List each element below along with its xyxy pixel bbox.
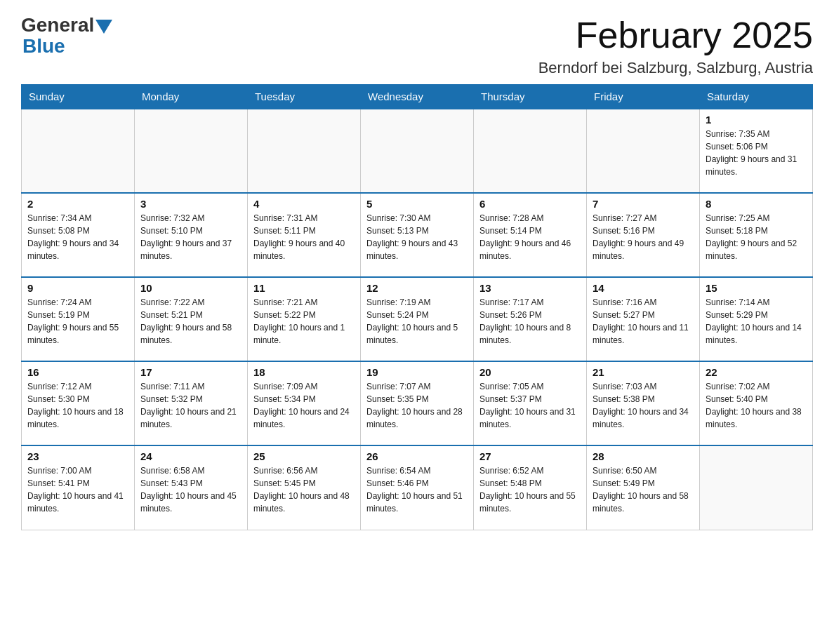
day-info: Sunrise: 7:02 AMSunset: 5:40 PMDaylight:… [706,380,807,431]
calendar-cell: 14Sunrise: 7:16 AMSunset: 5:27 PMDayligh… [587,277,700,361]
logo-general-text: General [21,14,94,36]
day-info: Sunrise: 7:12 AMSunset: 5:30 PMDaylight:… [27,380,128,431]
day-number: 2 [27,198,128,210]
day-number: 21 [593,366,694,378]
day-number: 3 [140,198,241,210]
day-number: 7 [593,198,694,210]
calendar-cell: 1Sunrise: 7:35 AMSunset: 5:06 PMDaylight… [700,109,813,193]
calendar-cell: 5Sunrise: 7:30 AMSunset: 5:13 PMDaylight… [361,193,474,277]
calendar-cell: 26Sunrise: 6:54 AMSunset: 5:46 PMDayligh… [361,445,474,530]
day-info: Sunrise: 7:31 AMSunset: 5:11 PMDaylight:… [253,212,355,262]
calendar-cell: 18Sunrise: 7:09 AMSunset: 5:34 PMDayligh… [248,361,361,445]
day-number: 19 [366,366,468,378]
day-info: Sunrise: 7:35 AMSunset: 5:06 PMDaylight:… [706,128,807,178]
day-number: 11 [253,282,355,294]
day-number: 12 [366,282,468,294]
calendar-cell: 28Sunrise: 6:50 AMSunset: 5:49 PMDayligh… [587,445,700,530]
day-number: 16 [27,366,128,378]
weekday-header-monday: Monday [135,85,248,109]
weekday-header-saturday: Saturday [700,85,813,109]
day-number: 13 [479,282,581,294]
calendar-cell: 8Sunrise: 7:25 AMSunset: 5:18 PMDaylight… [700,193,813,277]
calendar-cell: 17Sunrise: 7:11 AMSunset: 5:32 PMDayligh… [135,361,248,445]
day-info: Sunrise: 7:25 AMSunset: 5:18 PMDaylight:… [706,212,807,262]
day-info: Sunrise: 7:17 AMSunset: 5:26 PMDaylight:… [479,296,581,347]
day-info: Sunrise: 6:56 AMSunset: 5:45 PMDaylight:… [253,464,355,515]
calendar-cell: 3Sunrise: 7:32 AMSunset: 5:10 PMDaylight… [135,193,248,277]
calendar-cell: 4Sunrise: 7:31 AMSunset: 5:11 PMDaylight… [248,193,361,277]
calendar-cell [135,109,248,193]
day-info: Sunrise: 7:16 AMSunset: 5:27 PMDaylight:… [593,296,694,347]
day-info: Sunrise: 7:09 AMSunset: 5:34 PMDaylight:… [253,380,355,431]
day-info: Sunrise: 7:05 AMSunset: 5:37 PMDaylight:… [479,380,581,431]
calendar-cell: 20Sunrise: 7:05 AMSunset: 5:37 PMDayligh… [474,361,587,445]
calendar-cell: 25Sunrise: 6:56 AMSunset: 5:45 PMDayligh… [248,445,361,530]
calendar-cell: 19Sunrise: 7:07 AMSunset: 5:35 PMDayligh… [361,361,474,445]
day-info: Sunrise: 7:30 AMSunset: 5:13 PMDaylight:… [366,212,468,262]
calendar-cell: 24Sunrise: 6:58 AMSunset: 5:43 PMDayligh… [135,445,248,530]
day-number: 8 [706,198,807,210]
calendar-cell [248,109,361,193]
day-info: Sunrise: 6:52 AMSunset: 5:48 PMDaylight:… [479,464,581,515]
logo-triangle-icon [95,20,112,34]
calendar-cell: 16Sunrise: 7:12 AMSunset: 5:30 PMDayligh… [22,361,135,445]
day-number: 5 [366,198,468,210]
day-info: Sunrise: 7:07 AMSunset: 5:35 PMDaylight:… [366,380,468,431]
page-header: General Blue February 2025 Berndorf bei … [21,14,813,77]
calendar-cell [700,445,813,530]
day-info: Sunrise: 7:03 AMSunset: 5:38 PMDaylight:… [593,380,694,431]
day-info: Sunrise: 7:11 AMSunset: 5:32 PMDaylight:… [140,380,241,431]
week-row-4: 16Sunrise: 7:12 AMSunset: 5:30 PMDayligh… [22,361,813,445]
month-title: February 2025 [538,14,813,56]
day-number: 9 [27,282,128,294]
day-info: Sunrise: 7:22 AMSunset: 5:21 PMDaylight:… [140,296,241,347]
day-info: Sunrise: 7:34 AMSunset: 5:08 PMDaylight:… [27,212,128,262]
calendar-cell: 22Sunrise: 7:02 AMSunset: 5:40 PMDayligh… [700,361,813,445]
weekday-header-friday: Friday [587,85,700,109]
day-number: 15 [706,282,807,294]
day-number: 18 [253,366,355,378]
week-row-3: 9Sunrise: 7:24 AMSunset: 5:19 PMDaylight… [22,277,813,361]
title-section: February 2025 Berndorf bei Salzburg, Sal… [538,14,813,77]
calendar-cell: 10Sunrise: 7:22 AMSunset: 5:21 PMDayligh… [135,277,248,361]
logo: General Blue [21,14,112,58]
day-number: 20 [479,366,581,378]
day-number: 6 [479,198,581,210]
day-number: 27 [479,450,581,462]
day-number: 28 [593,450,694,462]
calendar-cell [474,109,587,193]
day-number: 4 [253,198,355,210]
location-title: Berndorf bei Salzburg, Salzburg, Austria [538,59,813,77]
day-number: 23 [27,450,128,462]
day-info: Sunrise: 7:14 AMSunset: 5:29 PMDaylight:… [706,296,807,347]
day-info: Sunrise: 7:21 AMSunset: 5:22 PMDaylight:… [253,296,355,347]
calendar-cell [22,109,135,193]
day-info: Sunrise: 6:58 AMSunset: 5:43 PMDaylight:… [140,464,241,515]
day-info: Sunrise: 6:50 AMSunset: 5:49 PMDaylight:… [593,464,694,515]
calendar-cell [361,109,474,193]
weekday-header-thursday: Thursday [474,85,587,109]
calendar-cell: 12Sunrise: 7:19 AMSunset: 5:24 PMDayligh… [361,277,474,361]
week-row-5: 23Sunrise: 7:00 AMSunset: 5:41 PMDayligh… [22,445,813,530]
calendar-cell: 7Sunrise: 7:27 AMSunset: 5:16 PMDaylight… [587,193,700,277]
calendar-cell: 9Sunrise: 7:24 AMSunset: 5:19 PMDaylight… [22,277,135,361]
week-row-1: 1Sunrise: 7:35 AMSunset: 5:06 PMDaylight… [22,109,813,193]
calendar-cell [587,109,700,193]
day-number: 17 [140,366,241,378]
day-info: Sunrise: 7:28 AMSunset: 5:14 PMDaylight:… [479,212,581,262]
day-number: 1 [706,114,807,126]
day-number: 25 [253,450,355,462]
weekday-header-tuesday: Tuesday [248,85,361,109]
day-info: Sunrise: 6:54 AMSunset: 5:46 PMDaylight:… [366,464,468,515]
weekday-header-row: SundayMondayTuesdayWednesdayThursdayFrid… [22,85,813,109]
day-info: Sunrise: 7:24 AMSunset: 5:19 PMDaylight:… [27,296,128,347]
weekday-header-sunday: Sunday [22,85,135,109]
calendar-cell: 2Sunrise: 7:34 AMSunset: 5:08 PMDaylight… [22,193,135,277]
weekday-header-wednesday: Wednesday [361,85,474,109]
logo-blue-text: Blue [22,35,65,58]
day-info: Sunrise: 7:00 AMSunset: 5:41 PMDaylight:… [27,464,128,515]
day-info: Sunrise: 7:19 AMSunset: 5:24 PMDaylight:… [366,296,468,347]
week-row-2: 2Sunrise: 7:34 AMSunset: 5:08 PMDaylight… [22,193,813,277]
day-number: 10 [140,282,241,294]
calendar-cell: 11Sunrise: 7:21 AMSunset: 5:22 PMDayligh… [248,277,361,361]
